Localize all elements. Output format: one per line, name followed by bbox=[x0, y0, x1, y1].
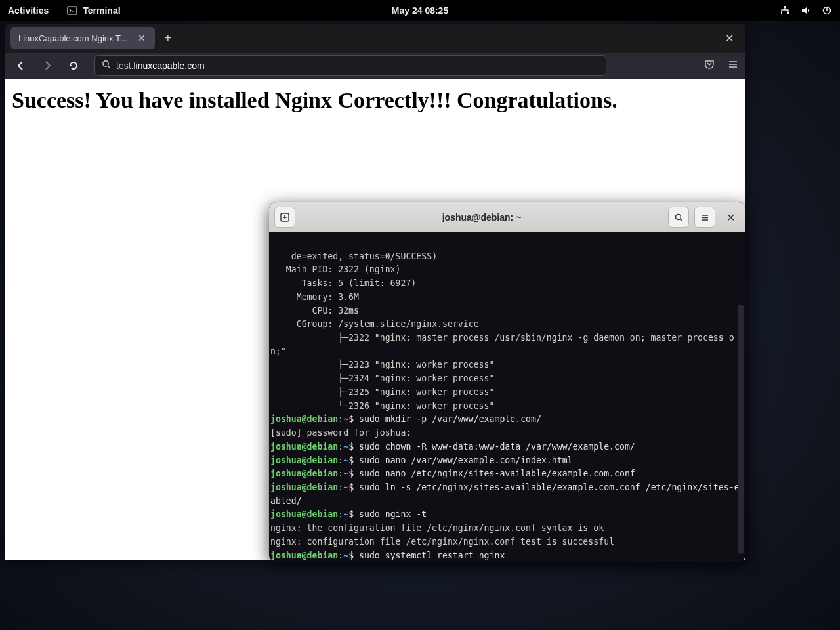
back-button[interactable] bbox=[12, 56, 30, 75]
terminal-scrollbar[interactable] bbox=[738, 304, 744, 554]
browser-close-button[interactable]: ✕ bbox=[719, 32, 740, 45]
terminal-close-button[interactable]: ✕ bbox=[721, 211, 740, 224]
terminal-menu-button[interactable] bbox=[694, 207, 715, 228]
url-text: test.linuxcapable.com bbox=[116, 60, 205, 71]
svg-rect-2 bbox=[781, 12, 782, 14]
svg-line-15 bbox=[680, 219, 682, 220]
address-bar[interactable]: test.linuxcapable.com bbox=[94, 55, 606, 76]
volume-icon[interactable] bbox=[801, 5, 811, 16]
terminal-body[interactable]: de=exited, status=0/SUCCESS) Main PID: 2… bbox=[269, 232, 746, 562]
browser-toolbar: test.linuxcapable.com bbox=[5, 52, 746, 79]
reload-button[interactable] bbox=[64, 56, 83, 75]
pocket-icon[interactable] bbox=[704, 58, 715, 73]
svg-point-14 bbox=[675, 214, 681, 219]
terminal-titlebar: joshua@debian: ~ ✕ bbox=[269, 202, 746, 232]
activities-button[interactable]: Activities bbox=[8, 5, 49, 16]
forward-button bbox=[38, 56, 56, 75]
browser-tab[interactable]: LinuxCapable.com Nginx Tes ✕ bbox=[10, 27, 155, 49]
new-tab-terminal-button[interactable] bbox=[274, 207, 295, 228]
page-heading: Success! You have installed Nginx Correc… bbox=[12, 88, 739, 113]
svg-rect-3 bbox=[788, 12, 789, 14]
svg-line-7 bbox=[108, 66, 110, 68]
clock[interactable]: May 24 08:25 bbox=[392, 5, 448, 16]
svg-rect-1 bbox=[784, 6, 786, 8]
svg-rect-0 bbox=[68, 7, 77, 14]
terminal-title: joshua@debian: ~ bbox=[301, 212, 663, 222]
power-icon[interactable] bbox=[822, 5, 832, 16]
terminal-icon bbox=[67, 5, 77, 16]
terminal-window: joshua@debian: ~ ✕ de=exited, status=0/S… bbox=[269, 202, 746, 562]
tab-bar: LinuxCapable.com Nginx Tes ✕ + ✕ bbox=[5, 24, 746, 52]
search-icon bbox=[102, 60, 111, 72]
tab-close-button[interactable]: ✕ bbox=[135, 32, 148, 45]
tab-label: LinuxCapable.com Nginx Tes bbox=[18, 33, 129, 43]
terminal-search-button[interactable] bbox=[668, 207, 689, 228]
active-app-label: Terminal bbox=[83, 5, 120, 16]
active-app-indicator[interactable]: Terminal bbox=[67, 5, 120, 16]
gnome-topbar: Activities Terminal May 24 08:25 bbox=[0, 0, 840, 21]
hamburger-menu-icon[interactable] bbox=[727, 58, 739, 73]
network-icon[interactable] bbox=[780, 5, 790, 16]
svg-point-6 bbox=[103, 61, 108, 66]
new-tab-button[interactable]: + bbox=[159, 31, 177, 46]
